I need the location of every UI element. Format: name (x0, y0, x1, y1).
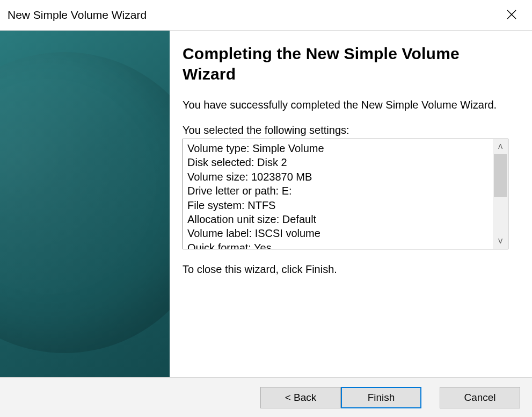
settings-summary-box: Volume type: Simple Volume Disk selected… (183, 139, 508, 249)
settings-list: Volume type: Simple Volume Disk selected… (183, 139, 493, 249)
settings-line: Volume label: ISCSI volume (187, 226, 489, 240)
wizard-content: Completing the New Simple Volume Wizard … (170, 31, 532, 377)
button-bar: < Back Finish Cancel (0, 377, 532, 417)
wizard-side-graphic (0, 31, 170, 377)
page-heading: Completing the New Simple Volume Wizard (183, 44, 508, 84)
settings-scrollbar[interactable]: ᐱ ᐯ (493, 139, 508, 249)
settings-line: Disk selected: Disk 2 (187, 155, 489, 169)
close-button[interactable] (499, 2, 524, 28)
settings-line: Allocation unit size: Default (187, 212, 489, 226)
scroll-down-button[interactable]: ᐯ (493, 234, 508, 249)
settings-line: File system: NTFS (187, 198, 489, 212)
close-icon (506, 9, 517, 21)
settings-line: Volume size: 1023870 MB (187, 170, 489, 184)
closing-text: To close this wizard, click Finish. (183, 263, 508, 276)
settings-line: Volume type: Simple Volume (187, 141, 489, 155)
scroll-track[interactable] (493, 154, 508, 234)
window-title: New Simple Volume Wizard (8, 9, 147, 21)
chevron-up-icon: ᐱ (498, 143, 502, 150)
intro-text: You have successfully completed the New … (183, 98, 508, 112)
back-button[interactable]: < Back (260, 387, 341, 408)
scroll-up-button[interactable]: ᐱ (493, 139, 508, 154)
chevron-down-icon: ᐯ (498, 238, 502, 245)
settings-label: You selected the following settings: (183, 124, 508, 136)
settings-line: Drive letter or path: E: (187, 184, 489, 198)
nav-button-group: < Back Finish (260, 387, 421, 408)
settings-line: Quick format: Yes (187, 241, 489, 249)
wizard-body: Completing the New Simple Volume Wizard … (0, 30, 532, 377)
title-bar: New Simple Volume Wizard (0, 0, 532, 30)
scroll-thumb[interactable] (494, 154, 507, 197)
finish-button[interactable]: Finish (341, 387, 421, 408)
cancel-button[interactable]: Cancel (440, 387, 520, 408)
